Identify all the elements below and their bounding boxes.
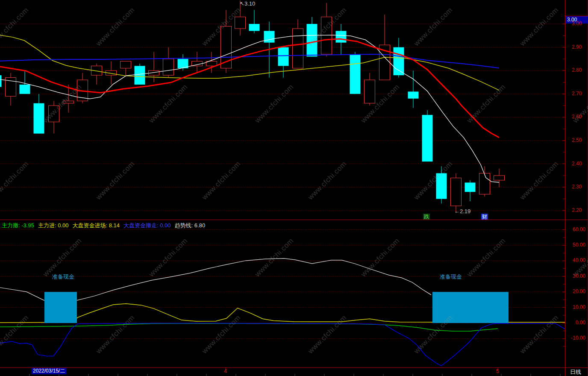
price-label: 2.90 <box>572 44 588 50</box>
low-price-annotation: ←2.19 <box>454 208 470 214</box>
signal-label: 准备现金 <box>52 273 74 281</box>
indicator-panel[interactable] <box>0 229 565 367</box>
month-label: 5 <box>496 368 499 374</box>
high-price-annotation: ↖3.10 <box>240 0 255 7</box>
indicator-scale-label: 0.00 <box>567 320 585 326</box>
indicator-value-bar: 主力撤: -3.95主力进: 0.00大盘资金进场: 8.14大盘资金撤走: 0… <box>2 222 209 228</box>
trading-chart-window: www.cfchi.comwww.cfchi.comwww.cfchi.comw… <box>0 0 588 376</box>
period-selector[interactable]: 日线 <box>570 368 581 376</box>
arrow-up-left-icon: ↖ <box>240 0 244 7</box>
arrow-left-icon: ← <box>454 208 460 214</box>
month-label: 4 <box>224 368 227 374</box>
low-price-value: 2.19 <box>460 208 470 214</box>
price-label: 2.60 <box>572 114 588 120</box>
candlestick-panel[interactable] <box>0 0 565 220</box>
price-label: 2.50 <box>572 138 588 143</box>
indicator-scale-label: -10.00 <box>567 335 585 341</box>
wealth-marker-badge: 财 <box>481 214 488 220</box>
indicator-scale-label: 20.00 <box>567 289 585 294</box>
indicator-scale-label: 10.00 <box>567 305 585 310</box>
price-label: 2.40 <box>572 161 588 167</box>
price-label: 2.70 <box>572 91 588 97</box>
price-label: 2.80 <box>572 68 588 73</box>
indicator-scale-label: 30.00 <box>567 273 585 279</box>
indicator-item: 趋势线: 6.80 <box>175 222 206 229</box>
indicator-item: 大盘资金撤走: 0.00 <box>123 222 171 229</box>
price-label: 3.00 <box>572 21 588 26</box>
indicator-scale-label: 60.00 <box>567 227 585 232</box>
indicator-item: 主力进: 0.00 <box>38 222 69 229</box>
signal-label: 准备现金 <box>440 273 462 281</box>
drop-marker-badge: 跌 <box>423 214 430 220</box>
price-label: 2.30 <box>572 184 588 190</box>
price-label: 2.20 <box>572 208 588 213</box>
high-price-value: 3.10 <box>244 0 255 7</box>
date-tag: 2022/03/15/二 <box>32 368 66 374</box>
indicator-scale-label: 40.00 <box>567 258 585 263</box>
indicator-scale-label: 50.00 <box>567 242 585 248</box>
indicator-item: 大盘资金进场: 8.14 <box>72 222 120 229</box>
indicator-item: 主力撤: -3.95 <box>2 222 34 229</box>
